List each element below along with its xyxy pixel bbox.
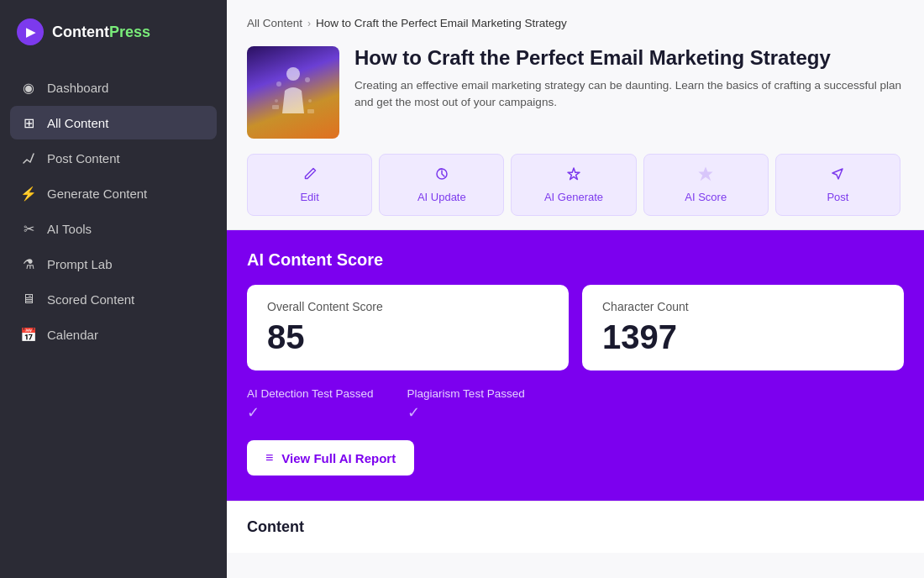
sidebar-item-post-content[interactable]: Post Content bbox=[10, 141, 217, 175]
article-thumbnail bbox=[247, 46, 339, 139]
ai-update-icon bbox=[434, 166, 449, 186]
breadcrumb: All Content › How to Craft the Perfect E… bbox=[227, 0, 924, 38]
report-icon: ≡ bbox=[265, 450, 273, 465]
post-label: Post bbox=[827, 191, 848, 203]
sidebar-item-calendar[interactable]: 📅 Calendar bbox=[10, 318, 217, 351]
plagiarism-label: Plagiarism Test Passed bbox=[407, 387, 525, 400]
content-section-title: Content bbox=[247, 518, 904, 536]
ai-score-label: AI Score bbox=[685, 191, 727, 203]
ai-generate-icon bbox=[566, 166, 581, 186]
report-button-label: View Full AI Report bbox=[281, 451, 396, 465]
article-header: How to Craft the Perfect Email Marketing… bbox=[227, 38, 924, 154]
ai-score-section: AI Content Score Overall Content Score 8… bbox=[227, 230, 924, 501]
sidebar-item-label: Post Content bbox=[47, 151, 120, 166]
sidebar: ▶ ContentPress ◉ Dashboard ⊞ All Content… bbox=[0, 0, 227, 578]
sidebar-item-scored-content[interactable]: 🖥 Scored Content bbox=[10, 282, 217, 316]
action-buttons-row: Edit AI Update AI Generate AI Score Post bbox=[227, 154, 924, 230]
all-content-icon: ⊞ bbox=[20, 114, 37, 131]
breadcrumb-parent[interactable]: All Content bbox=[247, 17, 302, 29]
ai-tools-icon: ✂ bbox=[20, 220, 37, 237]
edit-icon bbox=[302, 166, 318, 186]
prompt-lab-icon: ⚗ bbox=[20, 255, 37, 272]
sidebar-item-label: Dashboard bbox=[47, 81, 108, 95]
sidebar-item-label: Calendar bbox=[47, 328, 98, 342]
calendar-icon: 📅 bbox=[20, 326, 37, 343]
view-full-ai-report-button[interactable]: ≡ View Full AI Report bbox=[247, 440, 414, 476]
breadcrumb-separator: › bbox=[307, 18, 311, 29]
generate-content-icon: ⚡ bbox=[20, 185, 37, 202]
svg-point-0 bbox=[286, 67, 300, 81]
logo-text: ContentPress bbox=[52, 24, 150, 41]
scored-content-icon: 🖥 bbox=[20, 291, 37, 307]
ai-update-label: AI Update bbox=[417, 191, 466, 203]
overall-score-label: Overall Content Score bbox=[267, 300, 549, 313]
article-title: How to Craft the Perfect Email Marketing… bbox=[354, 46, 904, 71]
article-description: Creating an effective email marketing st… bbox=[354, 77, 904, 112]
sidebar-item-label: Generate Content bbox=[47, 187, 147, 201]
post-content-icon bbox=[20, 150, 37, 166]
svg-point-1 bbox=[276, 81, 281, 87]
ai-detection-label: AI Detection Test Passed bbox=[247, 387, 374, 400]
character-count-card: Character Count 1397 bbox=[582, 285, 904, 370]
main-content: All Content › How to Craft the Perfect E… bbox=[227, 0, 924, 578]
character-count-label: Character Count bbox=[602, 300, 884, 313]
ai-detection-check: ✓ bbox=[247, 403, 374, 422]
logo-icon: ▶ bbox=[17, 18, 44, 45]
article-info: How to Craft the Perfect Email Marketing… bbox=[354, 46, 904, 111]
ai-update-button[interactable]: AI Update bbox=[379, 154, 504, 216]
ai-score-button[interactable]: AI Score bbox=[643, 154, 769, 216]
sidebar-item-label: AI Tools bbox=[47, 222, 92, 236]
sidebar-item-all-content[interactable]: ⊞ All Content bbox=[10, 106, 217, 139]
sidebar-item-dashboard[interactable]: ◉ Dashboard bbox=[10, 71, 217, 104]
ai-generate-button[interactable]: AI Generate bbox=[511, 154, 636, 216]
ai-detection-test: AI Detection Test Passed ✓ bbox=[247, 387, 374, 422]
sidebar-item-prompt-lab[interactable]: ⚗ Prompt Lab bbox=[10, 247, 217, 281]
sidebar-item-label: Scored Content bbox=[47, 292, 134, 307]
svg-point-3 bbox=[275, 99, 278, 102]
sidebar-item-label: All Content bbox=[47, 116, 108, 130]
score-cards: Overall Content Score 85 Character Count… bbox=[247, 285, 904, 370]
ai-score-title: AI Content Score bbox=[247, 250, 904, 270]
logo: ▶ ContentPress bbox=[0, 0, 227, 64]
ai-generate-label: AI Generate bbox=[544, 191, 603, 203]
edit-label: Edit bbox=[300, 191, 318, 203]
sidebar-nav: ◉ Dashboard ⊞ All Content Post Content ⚡… bbox=[0, 64, 227, 358]
overall-score-value: 85 bbox=[267, 318, 549, 355]
sidebar-item-ai-tools[interactable]: ✂ AI Tools bbox=[10, 212, 217, 245]
svg-point-4 bbox=[308, 99, 312, 102]
sidebar-item-label: Prompt Lab bbox=[47, 257, 113, 271]
plagiarism-test: Plagiarism Test Passed ✓ bbox=[407, 387, 525, 422]
svg-rect-6 bbox=[307, 109, 314, 113]
svg-rect-5 bbox=[272, 105, 279, 109]
dashboard-icon: ◉ bbox=[20, 79, 37, 96]
plagiarism-check: ✓ bbox=[407, 403, 525, 422]
character-count-value: 1397 bbox=[602, 318, 884, 355]
svg-point-2 bbox=[305, 77, 310, 82]
post-button[interactable]: Post bbox=[775, 154, 900, 216]
post-icon bbox=[830, 166, 845, 186]
breadcrumb-current: How to Craft the Perfect Email Marketing… bbox=[316, 17, 567, 29]
ai-score-icon bbox=[698, 166, 713, 186]
overall-score-card: Overall Content Score 85 bbox=[247, 285, 569, 370]
content-section: Content bbox=[227, 501, 924, 553]
edit-button[interactable]: Edit bbox=[247, 154, 372, 216]
sidebar-item-generate-content[interactable]: ⚡ Generate Content bbox=[10, 176, 217, 210]
tests-row: AI Detection Test Passed ✓ Plagiarism Te… bbox=[247, 387, 904, 422]
